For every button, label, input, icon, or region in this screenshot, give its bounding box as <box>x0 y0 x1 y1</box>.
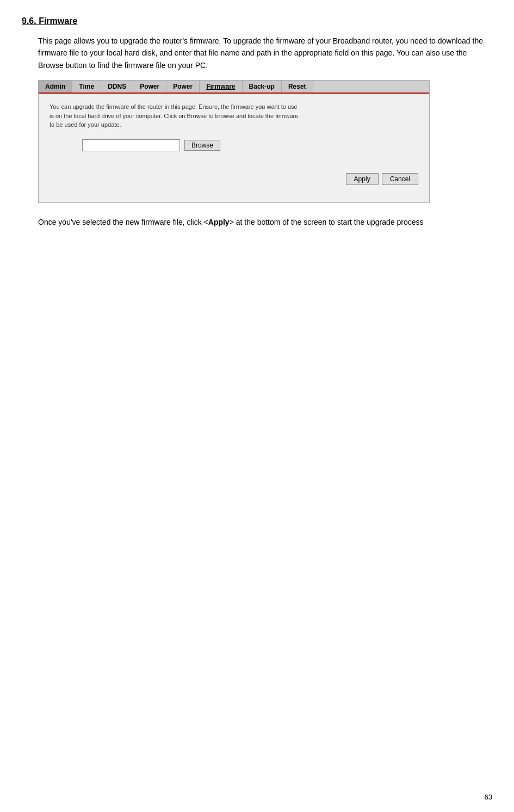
nav-tab-power2[interactable]: Power <box>166 81 200 93</box>
nav-tab-backup[interactable]: Back-up <box>243 81 282 93</box>
nav-tab-ddns[interactable]: DDNS <box>101 81 133 93</box>
closing-text-before: Once you've selected the new firmware fi… <box>38 218 208 226</box>
description-line2: is on the local hard drive of your compu… <box>49 113 298 119</box>
router-nav-bar: Admin Time DDNS Power Power Firmware Bac… <box>39 81 429 94</box>
section-title: 9.6. Firmware <box>22 16 492 26</box>
apply-button[interactable]: Apply <box>346 173 379 185</box>
closing-paragraph: Once you've selected the new firmware fi… <box>38 216 492 228</box>
firmware-file-input[interactable] <box>82 139 180 151</box>
description-line3: to be used for your update. <box>49 121 121 128</box>
description-line1: You can upgrade the firmware of the rout… <box>49 103 298 110</box>
router-ui-screenshot: Admin Time DDNS Power Power Firmware Bac… <box>38 80 430 203</box>
router-content-area: You can upgrade the firmware of the rout… <box>39 94 429 202</box>
nav-tab-reset[interactable]: Reset <box>282 81 313 93</box>
firmware-upload-row: Browse <box>82 139 418 151</box>
cancel-button[interactable]: Cancel <box>382 173 418 185</box>
browse-button[interactable]: Browse <box>184 140 220 151</box>
nav-tab-time[interactable]: Time <box>72 81 101 93</box>
intro-paragraph: This page allows you to upgrade the rout… <box>38 35 492 71</box>
nav-tab-firmware[interactable]: Firmware <box>200 81 242 93</box>
nav-tab-power1[interactable]: Power <box>133 81 166 93</box>
nav-tab-admin[interactable]: Admin <box>39 81 72 93</box>
page-number: 63 <box>485 793 492 801</box>
router-action-row: Apply Cancel <box>49 173 418 185</box>
closing-text-after: > at the bottom of the screen to start t… <box>230 218 424 226</box>
router-description: You can upgrade the firmware of the rout… <box>49 102 418 130</box>
closing-apply-bold: Apply <box>208 218 230 226</box>
